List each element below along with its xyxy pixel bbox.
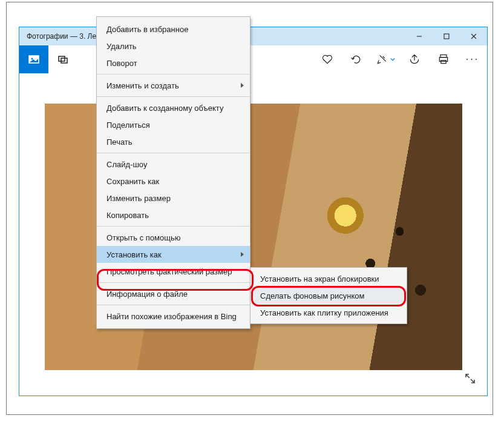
menu-label: Добавить к созданному объекту [106, 104, 223, 113]
svg-rect-6 [59, 56, 65, 61]
menu-label: Изменить и создать [106, 81, 179, 90]
menu-find-similar[interactable]: Найти похожие изображения в Bing [97, 308, 250, 325]
menu-label: Слайд-шоу [106, 160, 147, 169]
menu-open-with[interactable]: Открыть с помощью [97, 229, 250, 246]
menu-rotate[interactable]: Поворот [97, 55, 250, 71]
menu-label: Изменить размер [106, 194, 171, 203]
toolbar: ··· [19, 45, 487, 73]
titlebar: Фотографии — 3. Ле [19, 27, 487, 45]
menu-actual-size[interactable]: Просмотреть фактический размер [97, 263, 250, 280]
menu-label: Найти похожие изображения в Bing [106, 312, 237, 321]
menu-slideshow[interactable]: Слайд-шоу [97, 156, 250, 173]
svg-rect-9 [440, 55, 447, 58]
svg-line-8 [380, 55, 386, 61]
menu-add-to-object[interactable]: Добавить к созданному объекту [97, 99, 250, 116]
svg-rect-1 [444, 34, 449, 39]
menu-share[interactable]: Поделиться [97, 116, 250, 133]
compare-button[interactable] [48, 45, 77, 73]
menu-save-as[interactable]: Сохранить как [97, 173, 250, 190]
fullscreen-button[interactable] [464, 373, 476, 387]
print-button[interactable] [429, 45, 458, 73]
screenshot-stage: Фотографии — 3. Ле [6, 2, 493, 415]
edit-button[interactable] [371, 45, 400, 73]
svg-rect-11 [441, 61, 446, 64]
minimize-button[interactable] [405, 27, 433, 45]
menu-label: Печать [106, 137, 133, 147]
menu-label: Открыть с помощью [106, 233, 180, 242]
menu-label: Установить как плитку приложения [260, 308, 388, 317]
collection-view-button[interactable] [19, 45, 48, 73]
svg-rect-7 [61, 58, 67, 63]
close-button[interactable] [460, 27, 487, 45]
menu-file-info[interactable]: Информация о файле [97, 285, 250, 302]
menu-label: Сохранить как [106, 177, 159, 186]
menu-label: Удалить [106, 42, 137, 51]
menu-edit-create[interactable]: Изменить и создать [97, 77, 250, 94]
window-title: Фотографии — 3. Ле [27, 32, 96, 41]
menu-label: Добавить в избранное [106, 25, 188, 34]
menu-label: Сделать фоновым рисунком [260, 291, 364, 300]
menu-label: Установить как [106, 250, 162, 259]
set-as-submenu: Установить на экран блокировки Сделать ф… [250, 267, 407, 324]
menu-label: Копировать [106, 211, 149, 220]
menu-copy[interactable]: Копировать [97, 207, 250, 224]
menu-label: Информация о файле [106, 290, 188, 299]
favorite-button[interactable] [313, 45, 342, 73]
canvas [19, 73, 487, 396]
more-button[interactable]: ··· [458, 45, 487, 73]
rotate-button[interactable] [342, 45, 371, 73]
svg-point-5 [31, 58, 33, 60]
photos-app-window: Фотографии — 3. Ле [19, 27, 488, 396]
maximize-button[interactable] [433, 27, 460, 45]
menu-print[interactable]: Печать [97, 133, 250, 150]
window-buttons [405, 27, 487, 45]
context-menu: Добавить в избранное Удалить Поворот Изм… [96, 16, 250, 329]
menu-set-as[interactable]: Установить как [97, 246, 250, 263]
menu-label: Просмотреть фактический размер [106, 267, 232, 276]
menu-label: Поворот [106, 59, 137, 68]
menu-label: Поделиться [106, 121, 150, 130]
submenu-tile[interactable]: Установить как плитку приложения [250, 304, 407, 321]
menu-add-favorite[interactable]: Добавить в избранное [97, 21, 250, 38]
menu-resize[interactable]: Изменить размер [97, 190, 250, 207]
menu-label: Установить на экран блокировки [260, 274, 379, 283]
submenu-wallpaper[interactable]: Сделать фоновым рисунком [250, 287, 407, 304]
share-button[interactable] [400, 45, 429, 73]
submenu-lockscreen[interactable]: Установить на экран блокировки [250, 270, 407, 287]
menu-delete[interactable]: Удалить [97, 38, 250, 55]
